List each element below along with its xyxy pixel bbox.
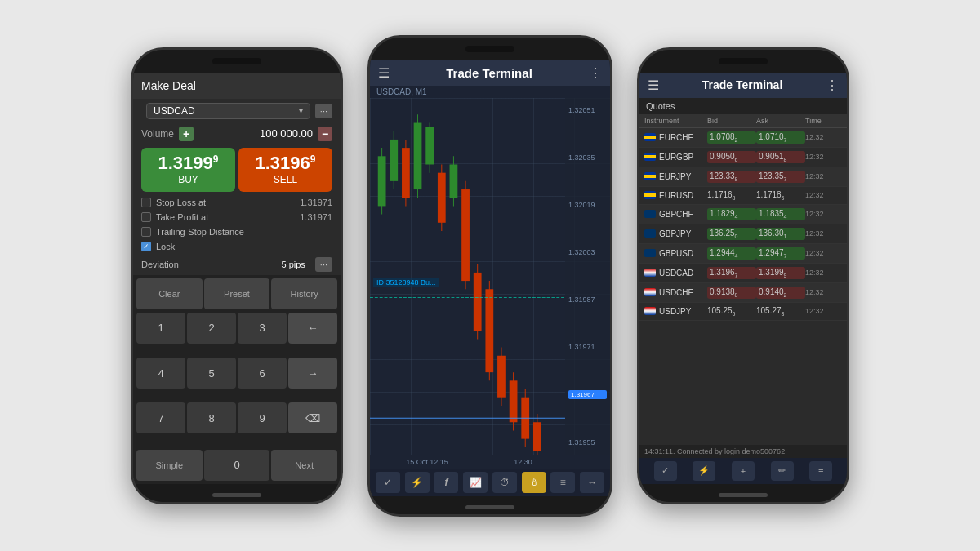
ask-eurjpy: 123.357: [756, 171, 805, 183]
key-next[interactable]: Next: [271, 450, 337, 481]
quotes-screen: ☰ Trade Terminal ⋮ Quotes Instrument Bid…: [639, 73, 847, 484]
quote-row-eurchf[interactable]: EURCHF 1.07082 1.07107 12:32: [639, 128, 847, 148]
price-current: 1.31967: [568, 390, 607, 399]
volume-increase-btn[interactable]: +: [179, 127, 194, 141]
lock-checkbox[interactable]: ✓: [141, 242, 151, 251]
ask-usdjpy: 105.273: [756, 306, 805, 317]
inst-gbpchf: GBPCHF: [644, 210, 707, 219]
quote-row-usdcad[interactable]: USDCAD 1.31967 1.31999 12:32: [639, 264, 847, 283]
hamburger-icon[interactable]: ☰: [378, 65, 390, 81]
quote-row-eurgbp[interactable]: EURGBP 0.90506 0.90518 12:32: [639, 148, 847, 167]
deviation-label: Deviation: [141, 260, 179, 269]
svg-rect-11: [438, 172, 446, 222]
key-backspace[interactable]: ←: [288, 313, 337, 344]
chart-more-icon[interactable]: ⋮: [589, 65, 602, 81]
key-simple[interactable]: Simple: [136, 450, 203, 481]
key-history[interactable]: History: [271, 278, 337, 309]
deviation-row: Deviation 5 pips ···: [133, 254, 341, 275]
quote-row-eurusd[interactable]: EURUSD 1.17168 1.17186 12:32: [639, 187, 847, 205]
buy-button[interactable]: 1.31999 BUY: [141, 148, 235, 192]
phone-bottom-2: [370, 496, 610, 517]
quotes-more-icon[interactable]: ⋮: [826, 78, 839, 93]
chart-tool-orders[interactable]: ≡: [550, 472, 575, 493]
key-3[interactable]: 3: [238, 313, 287, 344]
volume-decrease-btn[interactable]: −: [318, 127, 332, 141]
phone-notch-1: [133, 50, 341, 73]
trailing-stop-checkbox[interactable]: [141, 227, 151, 237]
bid-usdjpy: 105.255: [707, 306, 756, 317]
quotes-tool-indicator[interactable]: ⚡: [693, 461, 715, 481]
quotes-title: Trade Terminal: [666, 78, 819, 91]
quote-row-usdjpy[interactable]: USDJPY 105.255 105.273 12:32: [639, 303, 847, 321]
stop-loss-label: Stop Loss at: [156, 198, 206, 207]
buy-sell-row: 1.31999 BUY 1.31969 SELL: [133, 144, 341, 195]
volume-row: Volume + 100 000.00 −: [133, 123, 341, 144]
take-profit-checkbox[interactable]: [141, 212, 151, 222]
candle-annotation: ID 35128948 Bu...: [373, 278, 439, 287]
key-2[interactable]: 2: [187, 313, 236, 344]
volume-input[interactable]: 100 000.00: [198, 127, 313, 140]
quotes-tool-menu[interactable]: ≡: [809, 461, 832, 481]
time-gbpchf: 12:32: [805, 210, 842, 218]
key-forward[interactable]: →: [288, 358, 337, 389]
key-0[interactable]: 0: [204, 450, 270, 481]
chart-tool-expand[interactable]: ↔: [580, 472, 604, 493]
bid-eurchf: 1.07082: [707, 131, 756, 144]
instrument-dropdown[interactable]: USDCAD ▾: [146, 103, 310, 119]
dropdown-arrow: ▾: [299, 106, 303, 115]
instrument-options-btn[interactable]: ···: [315, 104, 332, 118]
quote-row-gbpusd[interactable]: GBPUSD 1.29444 1.29477 12:32: [639, 244, 847, 264]
key-8[interactable]: 8: [187, 402, 236, 433]
key-delete[interactable]: ⌫: [288, 402, 337, 433]
bid-gbpusd: 1.29444: [707, 247, 756, 260]
chart-tool-func[interactable]: f: [434, 472, 458, 493]
price-6: 1.31971: [568, 343, 607, 351]
flag-us-1: [644, 269, 656, 277]
chart-tool-candle-active[interactable]: 🕯: [522, 472, 546, 493]
key-clear[interactable]: Clear: [136, 278, 203, 309]
flag-gb-1: [644, 210, 656, 218]
bid-usdcad: 1.31967: [707, 267, 756, 279]
chart-area: 1.32051 1.32035 1.32019 1.32003 1.31987 …: [370, 98, 610, 455]
svg-rect-7: [414, 122, 422, 189]
price-3: 1.32019: [568, 201, 607, 209]
phone-bottom-3: [639, 484, 847, 504]
sell-button[interactable]: 1.31969 SELL: [238, 148, 332, 192]
key-9[interactable]: 9: [238, 402, 287, 433]
key-7[interactable]: 7: [136, 402, 185, 433]
key-1[interactable]: 1: [136, 313, 185, 344]
chart-tool-checkmark[interactable]: ✓: [376, 472, 400, 493]
chart-tool-timeframe[interactable]: ⏱: [492, 472, 517, 493]
chart-tool-indicator[interactable]: ⚡: [405, 472, 430, 493]
key-preset[interactable]: Preset: [204, 278, 270, 309]
quotes-tool-edit[interactable]: ✏: [771, 461, 794, 481]
quotes-tool-add[interactable]: +: [732, 461, 755, 481]
take-profit-value: 1.31971: [300, 212, 332, 222]
svg-rect-3: [390, 139, 398, 180]
quotes-tool-check[interactable]: ✓: [654, 461, 677, 481]
stop-loss-checkbox[interactable]: [141, 198, 151, 207]
key-5[interactable]: 5: [187, 358, 236, 389]
quotes-hamburger-icon[interactable]: ☰: [648, 78, 659, 93]
sell-label: SELL: [242, 174, 329, 185]
svg-rect-5: [402, 148, 410, 198]
numpad-bottom-row: Simple 0 Next: [133, 450, 341, 484]
key-4[interactable]: 4: [136, 358, 185, 389]
chart-tool-chart-type[interactable]: 📈: [463, 472, 488, 493]
ask-gbpjpy: 136.301: [756, 228, 805, 240]
deviation-value: 5 pips: [281, 260, 305, 269]
quote-row-gbpjpy[interactable]: GBPJPY 136.250 136.301 12:32: [639, 224, 847, 244]
inst-eurgbp: EURGBP: [644, 153, 707, 162]
bid-eurusd: 1.17168: [707, 190, 756, 201]
time-usdcad: 12:32: [805, 269, 842, 277]
svg-rect-13: [450, 164, 458, 198]
quote-row-gbpchf[interactable]: GBPCHF 1.18294 1.18354 12:32: [639, 205, 847, 224]
sell-price: 1.31969: [242, 154, 329, 172]
deviation-options-btn[interactable]: ···: [315, 257, 332, 272]
key-6[interactable]: 6: [238, 358, 287, 389]
ask-usdchf: 0.91402: [756, 287, 805, 299]
quote-row-usdchf[interactable]: USDCHF 0.91388 0.91402 12:32: [639, 283, 847, 303]
time-eurusd: 12:32: [805, 191, 842, 199]
col-ask: Ask: [756, 117, 805, 125]
quote-row-eurjpy[interactable]: EURJPY 123.338 123.357 12:32: [639, 167, 847, 187]
